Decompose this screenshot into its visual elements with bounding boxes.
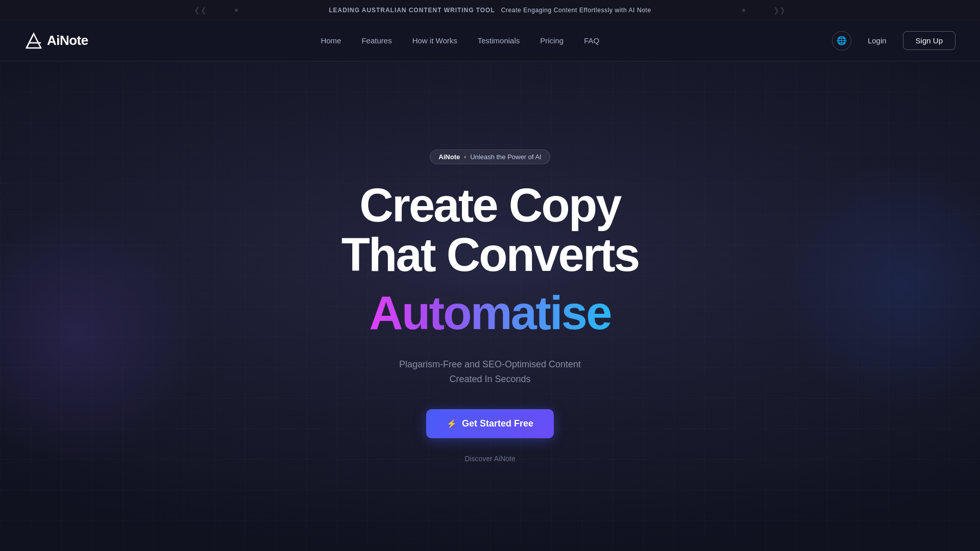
nav-item-pricing[interactable]: Pricing	[540, 36, 564, 45]
logo-text: AiNote	[47, 33, 88, 48]
deco-arrow-left: ❮❮	[194, 6, 207, 14]
logo-icon	[24, 32, 43, 50]
hero-subtitle: Plagarism-Free and SEO-Optimised Content…	[399, 357, 581, 387]
discover-link[interactable]: Discover AiNote	[464, 455, 516, 463]
globe-icon: 🌐	[837, 36, 847, 45]
svg-marker-0	[27, 34, 41, 48]
deco-arrow-right: ❯❯	[773, 6, 786, 14]
hero-badge: AiNote Unleash the Power of AI	[430, 149, 550, 164]
language-button[interactable]: 🌐	[832, 31, 851, 51]
bolt-icon: ⚡	[447, 419, 457, 429]
hero-content: AiNote Unleash the Power of AI Create Co…	[341, 149, 639, 463]
announcement-bar: ❮❮ LEADING AUSTRALIAN CONTENT WRITING TO…	[0, 0, 980, 20]
logo[interactable]: AiNote	[24, 32, 88, 50]
badge-name: AiNote	[438, 153, 460, 161]
login-button[interactable]: Login	[860, 32, 895, 49]
announcement-message: Create Engaging Content Effortlessly wit…	[501, 7, 651, 14]
nav-item-how-it-works[interactable]: How it Works	[412, 36, 457, 45]
svg-line-1	[27, 34, 34, 48]
badge-tagline: Unleash the Power of AI	[470, 153, 541, 161]
nav-item-faq[interactable]: FAQ	[584, 36, 599, 45]
cta-label: Get Started Free	[462, 418, 533, 429]
navbar: AiNote Home Features How it Works Testim…	[0, 20, 980, 61]
nav-item-testimonials[interactable]: Testimonials	[478, 36, 520, 45]
nav-item-features[interactable]: Features	[361, 36, 391, 45]
hero-glow-left	[0, 208, 204, 463]
cta-button[interactable]: ⚡ Get Started Free	[426, 409, 554, 438]
nav-right: 🌐 Login Sign Up	[832, 31, 955, 51]
hero-glow-right	[776, 159, 980, 414]
signup-button[interactable]: Sign Up	[903, 31, 955, 50]
nav-links: Home Features How it Works Testimonials …	[321, 36, 599, 45]
badge-dot	[464, 156, 466, 158]
announcement-label: LEADING AUSTRALIAN CONTENT WRITING TOOL	[329, 7, 495, 14]
hero-title-line3: Automatise	[369, 287, 610, 339]
nav-item-home[interactable]: Home	[321, 36, 341, 45]
hero-section: AiNote Unleash the Power of AI Create Co…	[0, 61, 980, 551]
hero-title-line1: Create Copy That Converts	[341, 181, 639, 279]
